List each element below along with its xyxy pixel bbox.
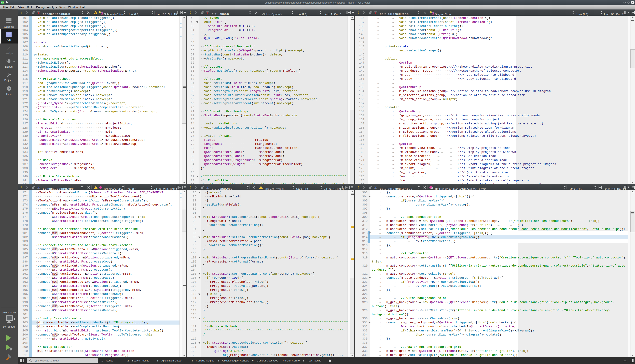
svg-text:h: h — [375, 12, 377, 14]
svg-text:c: c — [375, 186, 376, 189]
svg-text:h: h — [38, 12, 40, 14]
svg-text:c: c — [207, 186, 208, 189]
svg-text:c: c — [38, 186, 40, 189]
svg-text:h: h — [207, 12, 209, 14]
svg-text:?: ? — [8, 87, 10, 90]
